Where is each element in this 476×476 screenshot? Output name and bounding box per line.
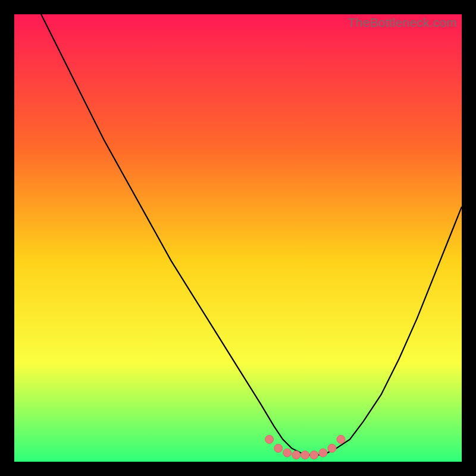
gradient-background: [14, 14, 462, 462]
marker-dot: [310, 451, 318, 459]
marker-dot: [319, 449, 327, 457]
marker-dot: [292, 451, 300, 459]
marker-dot: [301, 451, 309, 459]
marker-dot: [328, 444, 336, 452]
marker-dot: [274, 444, 283, 452]
marker-dot: [283, 449, 292, 457]
plot-area: [14, 14, 462, 462]
marker-dot: [337, 435, 345, 443]
chart-svg: [14, 14, 462, 462]
watermark-text: TheBottleneck.com: [348, 15, 457, 30]
chart-frame: TheBottleneck.com: [14, 14, 462, 462]
marker-dot: [265, 435, 274, 443]
